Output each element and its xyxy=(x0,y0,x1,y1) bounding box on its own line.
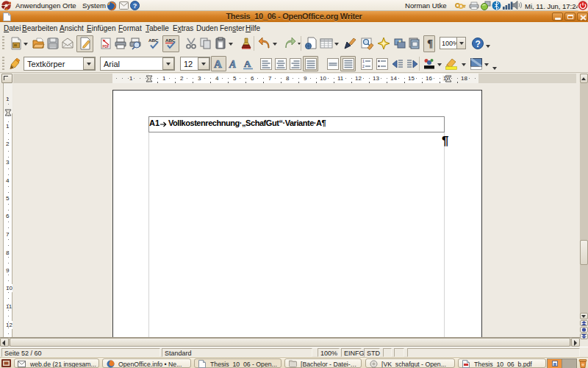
svg-text:ABC: ABC xyxy=(148,38,159,43)
svg-text:ABC: ABC xyxy=(165,38,176,43)
svg-text:A: A xyxy=(214,58,222,70)
svg-text:?: ? xyxy=(476,39,481,49)
svg-text:PDF: PDF xyxy=(103,45,110,49)
svg-text:2: 2 xyxy=(362,64,365,68)
svg-text:¶: ¶ xyxy=(427,38,433,49)
svg-text:A: A xyxy=(244,58,251,69)
svg-text:1: 1 xyxy=(362,59,365,63)
svg-text:?: ? xyxy=(133,2,137,10)
svg-text:A: A xyxy=(229,59,236,70)
